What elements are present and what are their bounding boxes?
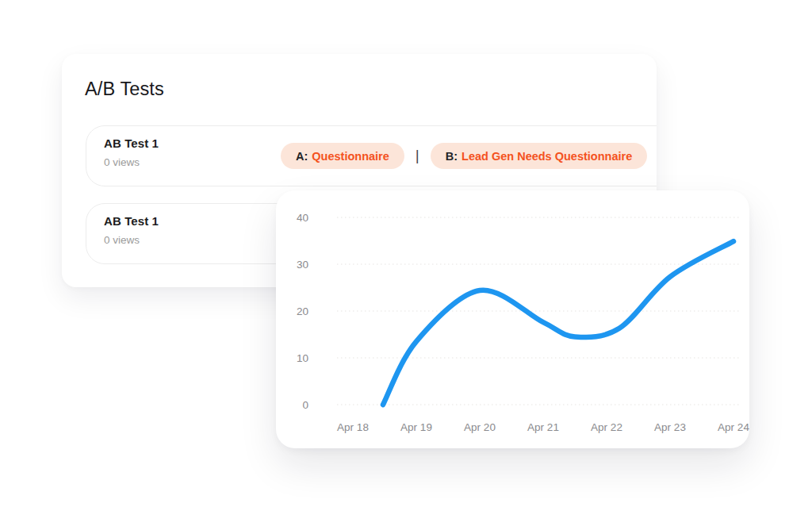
x-axis-tick-label: Apr 21 (527, 421, 559, 433)
x-axis-tick-label: Apr 24 (718, 421, 749, 433)
y-axis-tick-label: 30 (297, 259, 308, 271)
y-axis-tick-label: 20 (297, 305, 308, 317)
variant-b-prefix: B: (446, 150, 458, 163)
ab-test-row-text: AB Test 1 0 views (104, 214, 159, 246)
ab-test-views-count: 0 views (104, 156, 159, 168)
y-axis-tick-label: 10 (297, 352, 308, 364)
x-axis-tick-label: Apr 20 (464, 421, 496, 433)
page-title: A/B Tests (85, 79, 164, 100)
y-axis-tick-label: 0 (302, 399, 308, 411)
y-axis-tick-label: 40 (297, 212, 308, 224)
variant-b-label: Lead Gen Needs Questionnaire (462, 150, 632, 163)
variant-a-prefix: A: (296, 150, 308, 163)
ab-test-views-count: 0 views (104, 234, 159, 246)
ab-test-name: AB Test 1 (104, 136, 159, 150)
variant-b-badge[interactable]: B: Lead Gen Needs Questionnaire (431, 143, 647, 169)
views-chart-card: 010203040Apr 18Apr 19Apr 20Apr 21Apr 22A… (276, 190, 749, 448)
series-line (383, 241, 733, 405)
x-axis-tick-label: Apr 18 (337, 421, 369, 433)
views-chart-svg: 010203040Apr 18Apr 19Apr 20Apr 21Apr 22A… (276, 190, 749, 448)
x-axis-tick-label: Apr 19 (400, 421, 432, 433)
x-axis-tick-label: Apr 23 (654, 421, 686, 433)
variant-separator: | (416, 148, 419, 163)
ab-test-name: AB Test 1 (104, 214, 159, 228)
page: A/B Tests AB Test 1 0 views A: Questionn… (0, 0, 812, 507)
variant-badges: A: Questionnaire | B: Lead Gen Needs Que… (281, 126, 647, 186)
ab-test-row[interactable]: AB Test 1 0 views A: Questionnaire | B: … (86, 125, 657, 186)
variant-a-badge[interactable]: A: Questionnaire (281, 143, 404, 169)
variant-a-label: Questionnaire (312, 150, 389, 163)
x-axis-tick-label: Apr 22 (591, 421, 622, 433)
ab-test-row-text: AB Test 1 0 views (104, 136, 159, 168)
